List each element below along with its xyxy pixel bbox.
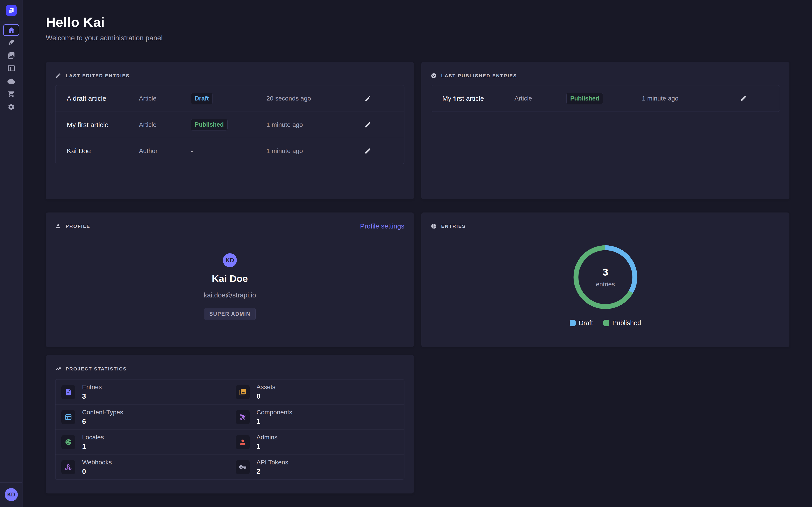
home-icon bbox=[7, 26, 15, 34]
stat-icon-tile bbox=[61, 435, 75, 449]
locales-icon bbox=[64, 438, 72, 446]
webhooks-icon bbox=[64, 463, 72, 471]
stat-value: 1 bbox=[256, 443, 277, 451]
panel-title: LAST PUBLISHED ENTRIES bbox=[441, 73, 517, 78]
sidebar-item-home[interactable] bbox=[3, 24, 19, 36]
pencil-icon bbox=[740, 95, 747, 102]
stat-icon-tile bbox=[61, 410, 75, 424]
entries-icon bbox=[64, 388, 72, 396]
api-tokens-icon bbox=[239, 463, 247, 471]
entries-total: 3 bbox=[603, 266, 608, 278]
locales-icon bbox=[64, 438, 72, 446]
sidebar-bottom: KD bbox=[0, 483, 22, 507]
entries-donut-chart: 3 entries bbox=[573, 244, 638, 310]
stat-value: 1 bbox=[256, 417, 292, 426]
trending-up-icon bbox=[55, 366, 61, 372]
stat-value: 3 bbox=[82, 392, 102, 400]
layout-icon bbox=[7, 64, 15, 72]
cloud-icon bbox=[7, 77, 15, 85]
panel-title: PROJECT STATISTICS bbox=[66, 366, 127, 372]
entry-kind: Author bbox=[139, 147, 191, 155]
project-statistics-grid: Entries 3 Assets 0 Content-Types 6 bbox=[55, 379, 404, 480]
sidebar-item-content-manager[interactable] bbox=[0, 36, 22, 49]
last-published-entries-panel: LAST PUBLISHED ENTRIES My first article … bbox=[421, 62, 790, 200]
profile-role-badge: SUPER ADMIN bbox=[204, 308, 256, 320]
profile-name: Kai Doe bbox=[212, 273, 248, 284]
page-title: Hello Kai bbox=[46, 14, 790, 30]
pencil-icon bbox=[364, 95, 371, 102]
panel-title: PROFILE bbox=[66, 224, 90, 229]
profile-email: kai.doe@strapi.io bbox=[204, 291, 256, 299]
entry-kind: Article bbox=[139, 95, 191, 102]
stat-icon-tile bbox=[236, 410, 250, 424]
stat-value: 2 bbox=[256, 467, 288, 476]
sidebar: KD bbox=[0, 0, 22, 507]
project-statistics-panel: PROJECT STATISTICS Entries 3 Assets 0 bbox=[46, 355, 414, 494]
legend-swatch-draft bbox=[570, 320, 576, 326]
legend-label: Draft bbox=[579, 319, 593, 327]
edit-entry-button[interactable] bbox=[739, 94, 748, 103]
stat-label: Webhooks bbox=[82, 459, 112, 466]
stat-item-webhooks: Webhooks 0 bbox=[55, 454, 230, 480]
entry-name: My first article bbox=[67, 121, 139, 129]
check-circle-icon bbox=[431, 73, 437, 79]
entry-name: My first article bbox=[442, 95, 514, 102]
legend-item: Published bbox=[603, 319, 641, 327]
edit-entry-button[interactable] bbox=[363, 147, 372, 156]
stat-label: Locales bbox=[82, 434, 104, 441]
cart-icon bbox=[7, 90, 15, 98]
entry-status: Published bbox=[191, 119, 266, 130]
status-badge: Published bbox=[566, 93, 603, 104]
strapi-logo[interactable] bbox=[6, 5, 17, 16]
stat-label: API Tokens bbox=[256, 459, 288, 466]
profile-panel: PROFILE Profile settings KD Kai Doe kai.… bbox=[46, 213, 414, 347]
stat-icon-tile bbox=[236, 435, 250, 449]
profile-settings-link[interactable]: Profile settings bbox=[360, 222, 404, 230]
table-row: My first article Article Published 1 min… bbox=[55, 112, 404, 138]
admins-icon bbox=[239, 438, 247, 446]
stat-label: Content-Types bbox=[82, 409, 123, 416]
stat-value: 0 bbox=[82, 467, 112, 476]
stat-item-content-types: Content-Types 6 bbox=[55, 404, 230, 430]
components-icon bbox=[239, 413, 247, 421]
table-row: A draft article Article Draft 20 seconds… bbox=[55, 86, 404, 112]
stat-value: 0 bbox=[256, 392, 275, 400]
user-avatar[interactable]: KD bbox=[5, 488, 18, 501]
stat-value: 1 bbox=[82, 443, 104, 451]
sidebar-item-content-type-builder[interactable] bbox=[0, 62, 22, 74]
pencil-icon bbox=[55, 73, 61, 79]
stat-label: Entries bbox=[82, 384, 102, 391]
sidebar-item-settings[interactable] bbox=[0, 100, 22, 113]
stat-item-entries: Entries 3 bbox=[55, 380, 230, 404]
edit-entry-button[interactable] bbox=[363, 120, 372, 129]
stat-icon-tile bbox=[236, 385, 250, 399]
page-subtitle: Welcome to your administration panel bbox=[46, 34, 790, 42]
edit-entry-button[interactable] bbox=[363, 94, 372, 103]
user-icon bbox=[55, 223, 61, 229]
last-published-entries-table: My first article Article Published 1 min… bbox=[431, 85, 780, 112]
sidebar-item-media-library[interactable] bbox=[0, 49, 22, 62]
main-content: Hello Kai Welcome to your administration… bbox=[22, 0, 812, 507]
components-icon bbox=[239, 413, 247, 421]
entry-updated: 1 minute ago bbox=[642, 95, 739, 102]
stat-item-admins: Admins 1 bbox=[230, 430, 404, 454]
sidebar-item-marketplace[interactable] bbox=[0, 88, 22, 100]
stat-value: 6 bbox=[82, 417, 123, 426]
entry-name: A draft article bbox=[67, 95, 139, 102]
stat-icon-tile bbox=[61, 460, 75, 474]
stat-icon-tile bbox=[61, 385, 75, 399]
sidebar-item-cloud[interactable] bbox=[0, 74, 22, 88]
entries-panel: ENTRIES 3 entries Draft Published bbox=[421, 213, 790, 347]
pie-chart-icon bbox=[431, 223, 437, 229]
pencil-icon bbox=[364, 148, 371, 154]
stat-item-locales: Locales 1 bbox=[55, 430, 230, 454]
sidebar-nav bbox=[0, 21, 22, 113]
webhooks-icon bbox=[64, 463, 72, 471]
assets-icon bbox=[239, 388, 247, 396]
table-row: Kai Doe Author - 1 minute ago bbox=[55, 138, 404, 164]
stat-item-api-tokens: API Tokens 2 bbox=[230, 454, 404, 480]
api-tokens-icon bbox=[239, 463, 247, 471]
assets-icon bbox=[239, 388, 247, 396]
entries-total-label: entries bbox=[596, 281, 615, 288]
legend-label: Published bbox=[612, 319, 641, 327]
